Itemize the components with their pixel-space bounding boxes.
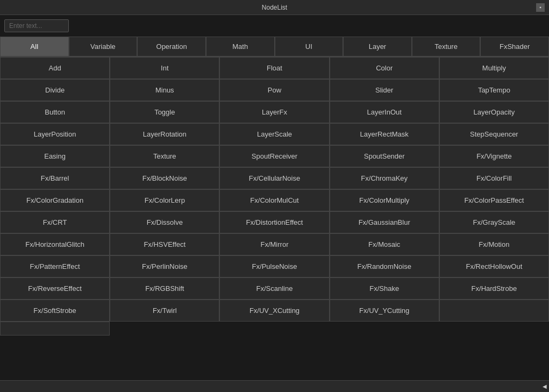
tab-all[interactable]: All — [0, 37, 69, 56]
node-cell[interactable]: Fx/GrayScale — [439, 211, 549, 233]
node-cell[interactable]: Slider — [330, 79, 439, 101]
title-bar: NodeList ▪ — [0, 0, 549, 15]
node-cell[interactable]: Texture — [110, 145, 219, 167]
tab-texture[interactable]: Texture — [412, 37, 481, 56]
search-bar — [0, 15, 549, 37]
node-cell[interactable]: StepSequencer — [439, 123, 549, 145]
tab-variable[interactable]: Variable — [69, 37, 138, 56]
tab-layer[interactable]: Layer — [343, 37, 412, 56]
node-cell[interactable]: SpoutSender — [330, 145, 439, 167]
node-cell[interactable]: LayerInOut — [330, 101, 439, 123]
node-cell[interactable]: Fx/ColorFill — [439, 167, 549, 189]
node-grid: AddIntFloatColorMultiplyDivideMinusPowSl… — [0, 57, 549, 336]
window-control-icon[interactable]: ▪ — [536, 3, 545, 12]
node-cell[interactable]: Fx/RandomNoise — [330, 255, 439, 277]
node-cell[interactable]: LayerFx — [219, 101, 329, 123]
node-cell[interactable]: Fx/DistortionEffect — [219, 211, 329, 233]
node-cell[interactable]: TapTempo — [439, 79, 549, 101]
node-cell[interactable]: Fx/Motion — [439, 233, 549, 255]
node-cell[interactable]: Fx/ReverseEffect — [0, 277, 110, 300]
node-cell[interactable]: Minus — [110, 79, 219, 101]
node-cell[interactable]: Fx/BlockNoise — [110, 167, 219, 189]
app: NodeList ▪ AllVariableOperationMathUILay… — [0, 0, 549, 392]
node-cell[interactable]: Easing — [0, 145, 110, 167]
node-cell[interactable]: Fx/Barrel — [0, 167, 110, 189]
node-cell[interactable]: Fx/UV_XCutting — [219, 300, 329, 322]
filter-tabs: AllVariableOperationMathUILayerTextureFx… — [0, 37, 549, 57]
node-cell[interactable]: Fx/PulseNoise — [219, 255, 329, 277]
node-cell[interactable]: Fx/HardStrobe — [439, 277, 549, 300]
node-cell[interactable]: Float — [219, 57, 329, 79]
node-cell[interactable]: Fx/HorizontalGlitch — [0, 233, 110, 255]
node-cell[interactable]: Toggle — [110, 101, 219, 123]
node-cell[interactable]: Fx/GaussianBlur — [330, 211, 439, 233]
node-cell — [439, 300, 549, 322]
node-cell[interactable]: Fx/PerlinNoise — [110, 255, 219, 277]
node-cell[interactable]: Fx/Dissolve — [110, 211, 219, 233]
node-cell[interactable]: Fx/ColorMultiply — [330, 189, 439, 211]
node-cell[interactable]: Fx/Scanline — [219, 277, 329, 300]
tab-fxshader[interactable]: FxShader — [480, 37, 549, 56]
node-cell[interactable]: LayerPosition — [0, 123, 110, 145]
scroll-arrow-icon[interactable]: ◀ — [543, 383, 547, 389]
node-cell[interactable]: Fx/RectHollowOut — [439, 255, 549, 277]
search-input[interactable] — [4, 19, 69, 32]
bottom-bar: ◀ — [0, 380, 549, 392]
node-cell[interactable]: Divide — [0, 79, 110, 101]
node-cell[interactable]: Fx/UV_YCutting — [330, 300, 439, 322]
node-cell[interactable]: Fx/Mosaic — [330, 233, 439, 255]
node-cell[interactable]: Fx/ColorLerp — [110, 189, 219, 211]
node-cell[interactable]: Int — [110, 57, 219, 79]
node-cell[interactable]: Multiply — [439, 57, 549, 79]
node-cell[interactable]: Fx/ChromaKey — [330, 167, 439, 189]
node-cell[interactable]: Color — [330, 57, 439, 79]
node-cell[interactable]: Fx/PatternEffect — [0, 255, 110, 277]
node-cell[interactable]: Pow — [219, 79, 329, 101]
node-cell — [0, 322, 110, 336]
node-cell[interactable]: LayerScale — [219, 123, 329, 145]
node-cell[interactable]: Fx/CRT — [0, 211, 110, 233]
node-cell[interactable]: Fx/Vignette — [439, 145, 549, 167]
node-cell[interactable]: Fx/ColorMulCut — [219, 189, 329, 211]
node-cell[interactable]: Fx/Twirl — [110, 300, 219, 322]
node-cell[interactable]: Fx/ColorGradation — [0, 189, 110, 211]
grid-container: AddIntFloatColorMultiplyDivideMinusPowSl… — [0, 57, 549, 380]
node-cell[interactable]: Button — [0, 101, 110, 123]
node-cell[interactable]: Fx/RGBShift — [110, 277, 219, 300]
node-cell[interactable]: Fx/SoftStrobe — [0, 300, 110, 322]
node-cell[interactable]: Fx/Shake — [330, 277, 439, 300]
tab-ui[interactable]: UI — [275, 37, 344, 56]
node-cell[interactable]: LayerRotation — [110, 123, 219, 145]
node-cell[interactable]: Fx/ColorPassEffect — [439, 189, 549, 211]
node-cell[interactable]: LayerRectMask — [330, 123, 439, 145]
node-cell[interactable]: Fx/HSVEffect — [110, 233, 219, 255]
node-cell[interactable]: Add — [0, 57, 110, 79]
node-cell[interactable]: Fx/CellularNoise — [219, 167, 329, 189]
tab-math[interactable]: Math — [206, 37, 275, 56]
window-title: NodeList — [262, 4, 287, 11]
node-cell[interactable]: LayerOpacity — [439, 101, 549, 123]
tab-operation[interactable]: Operation — [137, 37, 206, 56]
node-cell[interactable]: SpoutReceiver — [219, 145, 329, 167]
node-cell[interactable]: Fx/Mirror — [219, 233, 329, 255]
